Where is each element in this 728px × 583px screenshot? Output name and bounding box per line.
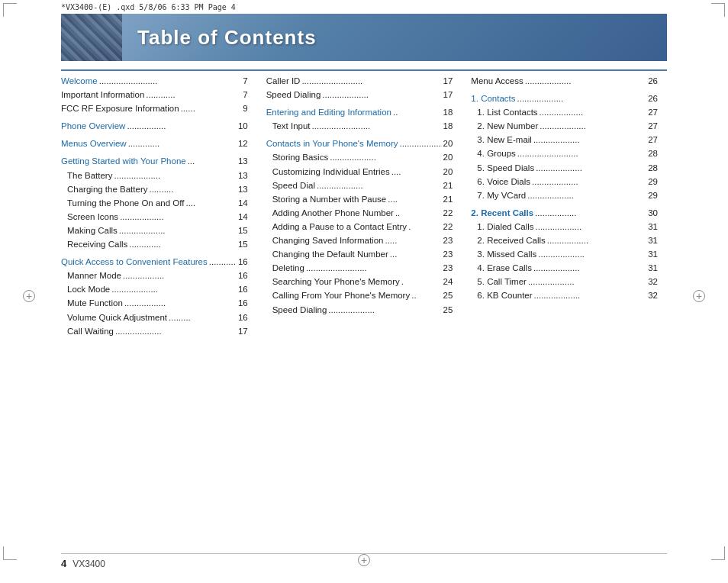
toc-entry-page: 16	[238, 256, 248, 268]
toc-entry: Speed Dial ...................21	[266, 179, 453, 192]
toc-entry: Speed Dialing ...................17	[266, 89, 453, 101]
toc-entry-dots: ...................	[533, 262, 646, 274]
toc-entry: 4. Erase Calls ...................31	[471, 262, 658, 274]
toc-entry-page: 24	[443, 275, 453, 288]
toc-entry-page: 20	[443, 151, 453, 163]
toc-entry-page: 12	[238, 137, 248, 150]
toc-entry-dots: ...................	[317, 179, 442, 192]
toc-entry-dots: ...................	[533, 134, 646, 146]
toc-entry: Searching Your Phone's Memory .24	[266, 275, 453, 288]
toc-entry-text: Manner Mode	[61, 269, 121, 282]
toc-entry-text: Quick Access to Convenient Features	[61, 256, 208, 268]
toc-entry-dots: .....	[385, 234, 441, 246]
toc-entry-dots: .................	[123, 269, 237, 282]
toc-entry-text: Making Calls	[61, 224, 118, 237]
toc-entry: Turning the Phone On and Off ....14	[61, 197, 248, 209]
toc-entry: 5. Call Timer ...................32	[471, 275, 658, 288]
toc-entry-page: 32	[648, 289, 658, 301]
toc-entry-text: Caller ID	[266, 75, 301, 87]
toc-entry-page: 15	[238, 238, 248, 250]
toc-entry: Important Information ............7	[61, 89, 248, 101]
toc-entry-dots: ...................	[209, 256, 237, 268]
toc-entry-text: Screen Icons	[61, 211, 118, 223]
header-separator	[61, 69, 667, 71]
toc-entry: 2. Recent Calls .................30	[471, 207, 658, 219]
toc-entry-dots: .................	[535, 207, 646, 219]
toc-entry-dots: .........................	[517, 147, 646, 159]
toc-entry-text: Call Waiting	[61, 325, 114, 337]
toc-entry: Menus Overview .............12	[61, 137, 248, 150]
toc-column-1: Welcome ........................7Importa…	[61, 75, 257, 339]
toc-entry-dots: ............	[146, 89, 241, 101]
toc-entry-dots: ...................	[540, 120, 646, 132]
toc-entry: Entering and Editing Information ..18	[266, 106, 453, 118]
toc-entry-dots: ...................	[527, 189, 646, 201]
toc-entry: FCC RF Exposure Information ......9	[61, 102, 248, 114]
toc-entry: 4. Groups .........................28	[471, 147, 658, 159]
toc-entry-text: 3. Missed Calls	[471, 248, 536, 260]
toc-entry: Contacts in Your Phone's Memory ........…	[266, 137, 453, 150]
toc-entry-page: 23	[443, 248, 453, 260]
toc-entry-dots: ...................	[400, 137, 442, 150]
toc-entry: Manner Mode .................16	[61, 269, 248, 282]
toc-entry-text: Menus Overview	[61, 137, 127, 150]
file-info: *VX3400-(E) .qxd 5/8/06 6:33 PM Page 4	[61, 3, 236, 11]
toc-entry-page: 21	[443, 193, 453, 205]
toc-entry: Caller ID .........................17	[266, 75, 453, 87]
toc-entry-page: 27	[648, 106, 658, 118]
toc-entry-dots: ...................	[528, 275, 646, 288]
toc-entry-text: 6. KB Counter	[471, 289, 532, 301]
toc-entry-page: 23	[443, 234, 453, 246]
toc-entry-page: 26	[648, 92, 658, 105]
toc-entry-text: 3. New E-mail	[471, 134, 532, 146]
toc-entry-dots: .........................	[306, 262, 442, 274]
toc-entry-text: 5. Speed Dials	[471, 162, 534, 174]
toc-entry: 2. Received Calls .................31	[471, 234, 658, 246]
toc-entry-page: 16	[238, 269, 248, 282]
toc-entry-page: 26	[648, 75, 658, 87]
toc-entry-text: Adding Another Phone Number	[266, 207, 394, 219]
toc-entry: Adding a Pause to a Contact Entry .22	[266, 221, 453, 233]
toc-entry-text: Changing the Default Number	[266, 248, 388, 260]
toc-entry-page: 25	[443, 304, 453, 316]
toc-entry-dots: ...................	[114, 169, 236, 182]
toc-entry-text: 4. Erase Calls	[471, 262, 532, 274]
toc-entry-page: 14	[238, 197, 248, 209]
toc-entry-page: 18	[443, 120, 453, 132]
toc-entry-dots: .........	[169, 311, 237, 324]
toc-entry-dots: .	[401, 275, 442, 288]
toc-entry: Customizing Individual Entries ....20	[266, 166, 453, 178]
toc-entry-text: Customizing Individual Entries	[266, 166, 390, 178]
toc-entry-page: 16	[238, 311, 248, 324]
toc-entry-dots: ...................	[322, 89, 441, 101]
toc-column-3: Menu Access ...................261. Cont…	[462, 75, 667, 339]
toc-entry-page: 17	[238, 325, 248, 337]
toc-entry-page: 29	[648, 189, 658, 201]
toc-entry-page: 15	[238, 224, 248, 237]
toc-entry: Mute Function .................16	[61, 297, 248, 309]
toc-entry-page: 31	[648, 234, 658, 246]
toc-entry: 1. List Contacts ..................27	[471, 106, 658, 118]
toc-entry-page: 10	[238, 120, 248, 132]
toc-column-2: Caller ID .........................17Spe…	[257, 75, 462, 339]
toc-entry-text: 6. Voice Dials	[471, 176, 530, 188]
toc-entry-page: 7	[243, 89, 247, 101]
toc-entry-text: Contacts in Your Phone's Memory	[266, 137, 398, 150]
toc-entry: 1. Dialed Calls ...................31	[471, 221, 658, 233]
toc-entry-text: Speed Dialing	[266, 304, 327, 316]
toc-entry-text: 4. Groups	[471, 147, 516, 159]
toc-entry-text: Entering and Editing Information	[266, 106, 391, 118]
toc-entry-text: FCC RF Exposure Information	[61, 102, 179, 114]
toc-entry: Screen Icons ..................14	[61, 211, 248, 223]
crop-mark-tr	[711, 3, 725, 17]
toc-entry-dots: ...................	[536, 162, 646, 174]
toc-entry-text: 2. Received Calls	[471, 234, 545, 246]
toc-entry-dots: ....	[391, 166, 442, 178]
toc-entry-page: 31	[648, 248, 658, 260]
toc-entry: Phone Overview ................10	[61, 120, 248, 132]
toc-entry-dots: ................	[127, 120, 237, 132]
toc-entry-page: 32	[648, 275, 658, 288]
toc-entry-page: 21	[443, 179, 453, 192]
toc-entry-page: 17	[443, 89, 453, 101]
toc-entry-page: 9	[243, 102, 247, 114]
